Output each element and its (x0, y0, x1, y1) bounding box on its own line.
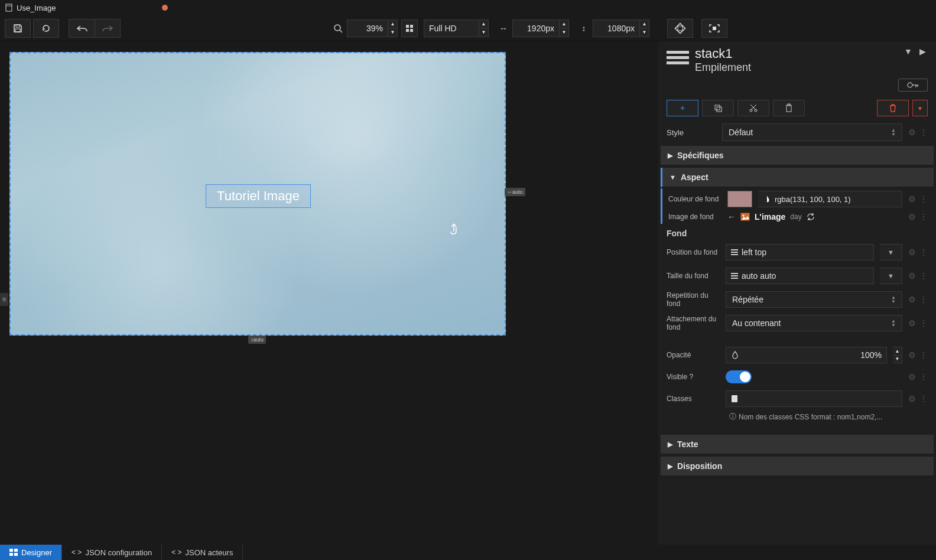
width-spinner[interactable]: ▲▼ (560, 19, 569, 37)
more-icon[interactable]: ⋮ (919, 394, 928, 403)
gear-icon[interactable]: ⚙ (908, 372, 916, 382)
rotate-button[interactable] (667, 19, 693, 38)
code-icon: < > (72, 548, 82, 556)
fond-heading: Fond (658, 224, 936, 240)
delete-menu-button[interactable]: ▼ (912, 100, 928, 116)
key-button[interactable] (898, 79, 928, 92)
color-swatch[interactable] (727, 191, 752, 207)
panel-handle[interactable]: ≡ (0, 293, 8, 306)
gear-icon[interactable]: ⚙ (908, 194, 916, 204)
size-dropdown[interactable]: ▼ (880, 268, 902, 284)
auto-height-badge: ↕auto (248, 336, 266, 344)
classes-input[interactable] (726, 390, 902, 407)
resolution-spinner[interactable]: ▲▼ (479, 19, 489, 37)
bg-color-label: Couleur de fond (668, 195, 722, 203)
refresh-icon[interactable] (807, 213, 815, 221)
more-icon[interactable]: ⋮ (919, 212, 928, 222)
fit-button[interactable] (401, 19, 418, 37)
more-icon[interactable]: ⋮ (919, 128, 928, 137)
canvas-stack-frame[interactable]: Tutoriel Image (9, 52, 506, 336)
search-zoom-icon[interactable] (329, 24, 347, 33)
paste-button[interactable] (773, 100, 805, 116)
tab-designer[interactable]: Designer (0, 545, 62, 560)
gear-icon[interactable]: ⚙ (908, 350, 916, 360)
more-icon[interactable]: ⋮ (919, 295, 928, 304)
back-arrow-icon[interactable]: ← (727, 212, 736, 222)
zoom-spinner[interactable]: ▲▼ (388, 19, 398, 37)
visible-row: Visible ? ⚙⋮ (658, 367, 936, 387)
gear-icon[interactable]: ⚙ (908, 248, 916, 257)
opacity-input[interactable]: 100% (726, 347, 887, 363)
zoom-input[interactable]: 39% (347, 19, 388, 37)
copy-button[interactable] (702, 100, 734, 116)
panel-header: stack1 Empilement ▼ ▶ (658, 41, 936, 79)
panel-title: stack1 (695, 46, 751, 61)
delete-button[interactable] (877, 100, 909, 116)
height-spinner[interactable]: ▲▼ (640, 19, 649, 37)
gear-icon[interactable]: ⚙ (908, 318, 916, 328)
width-input[interactable]: 1920px (512, 19, 560, 37)
refresh-button[interactable] (33, 19, 59, 38)
section-texte[interactable]: ▶ Texte (661, 435, 934, 454)
svg-rect-33 (732, 395, 737, 402)
gear-icon[interactable]: ⚙ (908, 295, 916, 304)
position-input[interactable]: left top (726, 244, 874, 261)
svg-rect-10 (675, 23, 685, 33)
height-input[interactable]: 1080px (593, 19, 640, 37)
svg-rect-28 (731, 252, 738, 253)
opacity-icon (731, 351, 739, 359)
vertical-arrows-icon: ↕ (575, 24, 593, 33)
section-disposition[interactable]: ▶ Disposition (661, 457, 934, 476)
tab-json-acteurs[interactable]: < > JSON acteurs (162, 545, 243, 560)
panel-subtitle: Empilement (695, 61, 751, 74)
section-aspect[interactable]: ▼ Aspect (661, 168, 934, 187)
more-icon[interactable]: ⋮ (919, 318, 928, 328)
resolution-select[interactable]: Full HD (424, 19, 479, 37)
repeat-label: Repetition du fond (667, 291, 720, 308)
svg-rect-35 (14, 549, 18, 552)
svg-rect-37 (14, 553, 18, 556)
opacity-spinner[interactable]: ▲▼ (893, 347, 902, 363)
image-icon (740, 213, 750, 221)
svg-rect-27 (731, 249, 738, 250)
redo-button[interactable] (95, 19, 121, 38)
position-dropdown[interactable]: ▼ (880, 244, 902, 261)
svg-rect-18 (717, 107, 722, 112)
title-text: Use_Image (17, 4, 56, 12)
text-element[interactable]: Tutoriel Image (206, 184, 311, 208)
undo-button[interactable] (69, 19, 95, 38)
gear-icon[interactable]: ⚙ (908, 394, 916, 403)
position-row: Position du fond left top ▼ ⚙⋮ (658, 240, 936, 264)
more-icon[interactable]: ⋮ (919, 248, 928, 257)
save-button[interactable] (5, 19, 31, 38)
play-icon[interactable]: ▶ (917, 46, 928, 57)
properties-panel: stack1 Empilement ▼ ▶ ＋ (658, 41, 936, 545)
attach-select[interactable]: Au contenant▲▼ (726, 315, 902, 331)
opacity-label: Opacité (667, 351, 720, 359)
gear-icon[interactable]: ⚙ (908, 212, 916, 222)
more-icon[interactable]: ⋮ (919, 350, 928, 360)
section-specifiques[interactable]: ▶ Spécifiques (661, 146, 934, 165)
svg-rect-11 (678, 26, 682, 31)
style-select[interactable]: Défaut▲▼ (722, 123, 902, 141)
repeat-select[interactable]: Répétée▲▼ (726, 291, 902, 308)
titlebar: Use_Image (0, 0, 936, 15)
gear-icon[interactable]: ⚙ (908, 271, 916, 281)
cut-button[interactable] (737, 100, 769, 116)
droplet-icon (763, 195, 771, 203)
canvas-area[interactable]: ≡ Tutoriel Image ↔auto ↕auto (0, 41, 658, 545)
more-icon[interactable]: ⋮ (919, 194, 928, 204)
bg-color-input[interactable]: rgba(131, 100, 100, 1) (758, 191, 902, 207)
bg-image-name[interactable]: L'image (755, 212, 785, 222)
tab-json-config[interactable]: < > JSON configuration (62, 545, 162, 560)
size-input[interactable]: auto auto (726, 268, 874, 284)
collapse-icon[interactable]: ▼ (903, 46, 914, 57)
visible-toggle[interactable] (726, 370, 752, 383)
more-icon[interactable]: ⋮ (919, 372, 928, 382)
gear-icon[interactable]: ⚙ (908, 128, 916, 137)
more-icon[interactable]: ⋮ (919, 271, 928, 281)
add-button[interactable]: ＋ (667, 100, 698, 116)
repeat-row: Repetition du fond Répétée▲▼ ⚙⋮ (658, 288, 936, 311)
fullscreen-button[interactable] (701, 19, 727, 38)
stack-icon (667, 46, 689, 69)
